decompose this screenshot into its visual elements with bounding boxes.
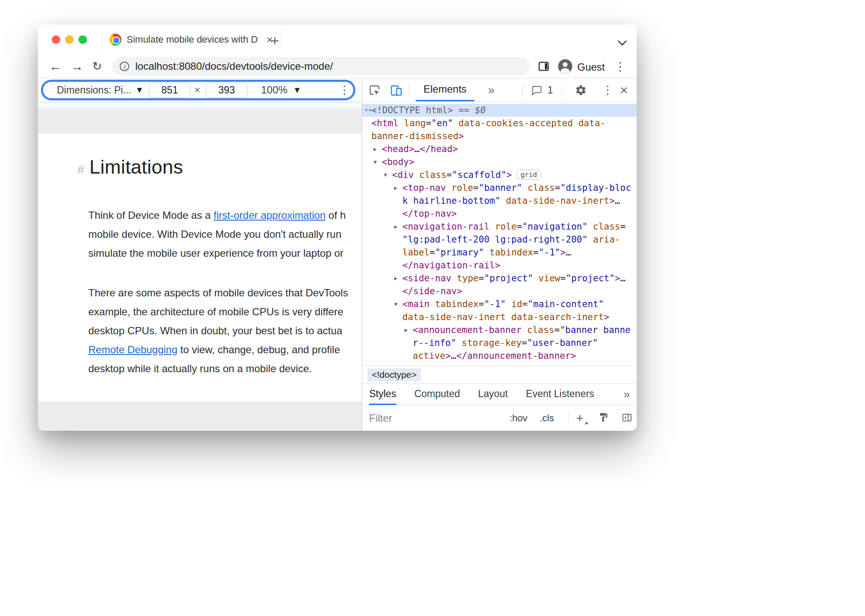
avatar xyxy=(557,59,573,76)
profile-name: Guest xyxy=(577,61,605,73)
tab-event-listeners[interactable]: Event Listeners xyxy=(526,384,594,405)
new-tab-button[interactable]: + xyxy=(271,32,279,49)
expand-arrow-icon[interactable]: ▸ xyxy=(394,181,398,194)
console-message-count[interactable]: 1 xyxy=(548,84,553,96)
browser-menu-icon[interactable]: ⋮ xyxy=(614,59,626,74)
zoom-dropdown[interactable]: 100% xyxy=(261,84,287,96)
paragraph-line: mobile device. With Device Mode you don'… xyxy=(88,225,348,244)
dom-node-line[interactable]: ▸<side-nav type="project" view="project"… xyxy=(362,272,637,285)
collapse-arrow-icon[interactable]: ▾ xyxy=(373,156,377,168)
window-zoom-button[interactable] xyxy=(78,35,87,44)
page-title: Limitations xyxy=(90,156,183,178)
styles-pane-tabs: StylesComputedLayoutEvent Listeners» xyxy=(362,383,637,405)
device-width-input[interactable] xyxy=(149,83,190,98)
anchor-hash[interactable]: # xyxy=(78,163,84,177)
collapse-arrow-icon[interactable]: ▾ xyxy=(384,168,387,181)
titlebar: Simulate mobile devices with D × + xyxy=(38,25,637,55)
more-panes-icon[interactable]: » xyxy=(624,384,630,405)
expand-arrow-icon[interactable]: ▸ xyxy=(404,324,408,336)
dom-node-line[interactable]: "lg:pad-left-200 lg:pad-right-200" aria- xyxy=(362,233,637,246)
dom-node-line[interactable]: data-side-nav-inert data-search-inert> xyxy=(362,311,637,324)
dom-node-line[interactable]: banner-dismissed> xyxy=(362,130,637,143)
dimensions-caret-icon[interactable]: ▼ xyxy=(137,86,142,94)
tab-title: Simulate mobile devices with D xyxy=(127,34,258,45)
browser-toolbar: ← → ↻ i localhost:8080/docs/devtools/dev… xyxy=(38,55,637,78)
tab-styles[interactable]: Styles xyxy=(369,384,396,405)
url-text: localhost:8080/docs/devtools/device-mode… xyxy=(135,60,333,72)
chevron-down-icon[interactable] xyxy=(618,37,627,46)
side-panel-icon[interactable] xyxy=(538,60,550,74)
page-viewport: # Limitations Think of Device Mode as a … xyxy=(38,134,362,401)
paragraph-line: Think of Device Mode as a first-order ap… xyxy=(88,206,348,225)
profile-chip[interactable]: Guest xyxy=(557,59,605,76)
dom-node-line[interactable]: r--info" storage-key="user-banner" xyxy=(362,336,637,349)
dom-node-line[interactable]: <html lang="en" data-cookies-accepted da… xyxy=(362,117,637,130)
devtools-close-icon[interactable]: × xyxy=(620,82,628,98)
paragraph-line: example, the architecture of mobile CPUs… xyxy=(88,302,348,321)
dom-node-line[interactable]: active>…</announcement-banner> xyxy=(362,349,637,362)
expand-arrow-icon[interactable]: ▸ xyxy=(373,143,377,156)
paragraph-line: desktop while it actually runs on a mobi… xyxy=(88,359,348,378)
dom-node-line[interactable]: ▾<div class="scaffold">grid xyxy=(362,168,637,181)
more-tabs-icon[interactable]: » xyxy=(488,84,495,97)
ruler-strip xyxy=(38,102,362,109)
dom-node-line[interactable]: </side-nav> xyxy=(362,285,637,298)
dom-node-line[interactable]: k hairline-bottom" data-side-nav-inert>… xyxy=(362,194,637,207)
browser-window: Simulate mobile devices with D × + ← → ↻… xyxy=(38,25,637,431)
divider xyxy=(561,84,562,96)
zoom-caret-icon[interactable]: ▼ xyxy=(295,86,300,94)
rendering-brush-icon[interactable] xyxy=(598,412,609,424)
device-viewport-area: # Limitations Think of Device Mode as a … xyxy=(38,102,362,431)
paragraph-line: Remote Debugging to view, change, debug,… xyxy=(88,340,348,359)
device-height-input[interactable] xyxy=(206,83,247,98)
dimensions-dropdown[interactable]: Dimensions: Pi... xyxy=(57,84,131,96)
dom-node-line[interactable]: ▾<main tabindex="-1" id="main-content" xyxy=(362,298,637,311)
dom-node-line[interactable]: </top-nav> xyxy=(362,207,637,220)
filter-input[interactable]: Filter xyxy=(369,412,392,424)
expand-arrow-icon[interactable]: ▸ xyxy=(394,220,398,233)
dom-node-line[interactable]: ▸<top-nav role="banner" class="display-b… xyxy=(362,181,637,194)
tab-computed[interactable]: Computed xyxy=(414,384,460,405)
toggle-hover-state-button[interactable]: :hov xyxy=(510,413,528,424)
window-close-button[interactable] xyxy=(52,35,60,44)
browser-tab[interactable]: Simulate mobile devices with D × xyxy=(102,30,280,50)
console-messages-icon[interactable] xyxy=(531,85,542,98)
back-button[interactable]: ← xyxy=(49,59,62,74)
reload-button[interactable]: ↻ xyxy=(92,59,102,73)
tab-elements[interactable]: Elements xyxy=(416,78,474,101)
divider xyxy=(568,412,569,424)
inline-link[interactable]: first-order approximation xyxy=(214,209,326,221)
collapse-arrow-icon[interactable]: ▾ xyxy=(394,298,398,311)
devtools-menu-icon[interactable]: ⋮ xyxy=(602,83,613,97)
forward-button[interactable]: → xyxy=(71,59,84,74)
grid-badge[interactable]: grid xyxy=(516,170,541,180)
dom-node-line[interactable]: label="primary" tabindex="-1">… xyxy=(362,246,637,259)
dom-node-line[interactable]: ▾<body> xyxy=(362,156,637,168)
chrome-favicon-icon xyxy=(109,34,121,46)
toggle-sidebar-icon[interactable] xyxy=(622,412,632,425)
divider xyxy=(409,84,409,96)
styles-filter-bar: Filter :hov .cls + xyxy=(362,405,637,431)
dom-node-line[interactable]: ▸<head>…</head> xyxy=(362,143,637,156)
desktop: Simulate mobile devices with D × + ← → ↻… xyxy=(0,0,865,616)
address-bar[interactable]: i localhost:8080/docs/devtools/device-mo… xyxy=(112,57,530,75)
new-style-rule-button[interactable]: + xyxy=(576,411,584,426)
breadcrumb-item[interactable]: <!doctype> xyxy=(367,368,421,381)
dom-node-line[interactable]: </navigation-rail> xyxy=(362,259,637,272)
expand-arrow-icon[interactable]: ▸ xyxy=(394,272,398,285)
inline-link[interactable]: Remote Debugging xyxy=(88,344,177,355)
dom-node-line[interactable]: •••<!DOCTYPE html> == $0 xyxy=(362,104,637,117)
site-info-icon[interactable]: i xyxy=(120,62,129,71)
inspect-element-icon[interactable] xyxy=(368,84,381,99)
window-minimize-button[interactable] xyxy=(65,35,74,44)
article-body: Think of Device Mode as a first-order ap… xyxy=(88,206,348,378)
dom-node-line[interactable]: ▸<navigation-rail role="navigation" clas… xyxy=(362,220,637,233)
dom-node-line[interactable]: ▸<announcement-banner class="banner bann… xyxy=(362,324,637,336)
gear-icon[interactable] xyxy=(575,84,587,98)
tab-layout[interactable]: Layout xyxy=(478,384,508,405)
paragraph: There are some aspects of mobile devices… xyxy=(88,283,348,378)
devtools-panel: Elements » 1 ⋮ × •••<!DOCTYPE html> == $… xyxy=(362,78,637,431)
device-toolbar-menu-icon[interactable]: ⋮ xyxy=(339,83,350,97)
device-toolbar-toggle-icon[interactable] xyxy=(390,84,403,99)
toggle-class-button[interactable]: .cls xyxy=(540,413,554,424)
